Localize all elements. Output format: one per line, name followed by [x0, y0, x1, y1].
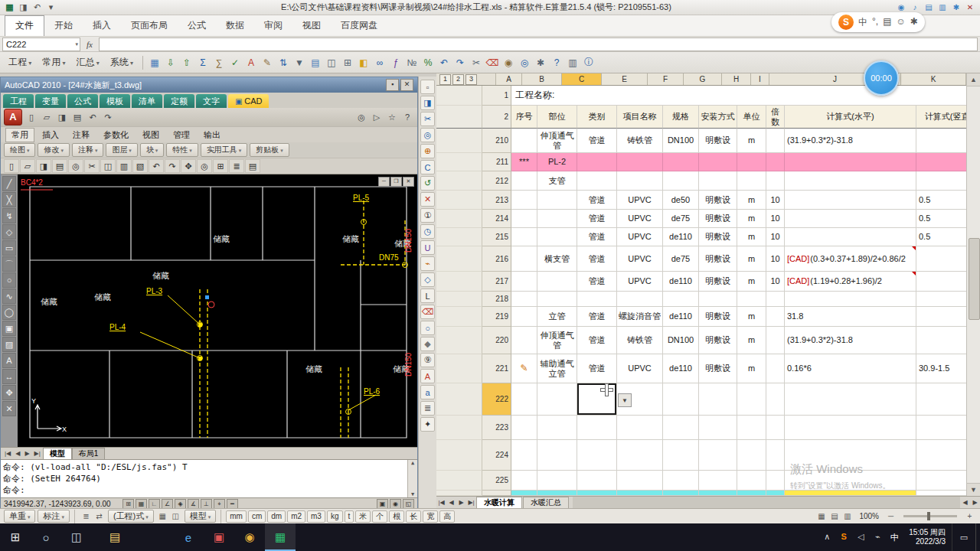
column-header-C[interactable]: C: [562, 73, 602, 85]
save-icon[interactable]: ◨: [55, 110, 69, 124]
acad-panel-3[interactable]: 注释: [72, 143, 103, 157]
ribbon-tab-3[interactable]: 插入: [83, 16, 121, 36]
sheet-nav-last-icon[interactable]: ▶|: [466, 499, 476, 506]
undo-icon[interactable]: ↶: [31, 2, 43, 12]
info-icon[interactable]: ⓘ: [581, 55, 596, 70]
doc-tab-模型[interactable]: 模型: [43, 448, 72, 459]
row-header-partial[interactable]: [482, 491, 511, 496]
command-window[interactable]: 命令: (vl-load-all "D:/ESL/js.fas") T命令: (…: [1, 459, 417, 497]
list-icon[interactable]: ≣: [420, 401, 435, 416]
undo-icon[interactable]: ↺: [420, 176, 435, 191]
comm-center-icon[interactable]: ▷: [370, 110, 384, 124]
row-header-222[interactable]: 222: [482, 383, 511, 416]
esl-menu-4[interactable]: 系统: [105, 54, 139, 71]
punctuation-icon[interactable]: °,: [872, 16, 878, 29]
acad-pin-button[interactable]: ▪: [386, 79, 399, 91]
unit-button-高[interactable]: 高: [439, 510, 455, 523]
acad-panel-7[interactable]: 实用工具: [201, 143, 247, 157]
acad-ribbon-tab-7[interactable]: 输出: [198, 128, 227, 142]
clock[interactable]: 15:05 周四 2022/3/3: [909, 528, 946, 546]
save-icon[interactable]: ◨: [18, 2, 29, 12]
sogou-logo-icon[interactable]: S: [838, 15, 854, 30]
sogou-keyboard-icon[interactable]: ▤: [923, 3, 934, 11]
ribbon-tab-8[interactable]: 视图: [292, 16, 331, 36]
input-mode-chinese[interactable]: 中: [858, 16, 867, 29]
fill-icon[interactable]: ◧: [356, 55, 371, 70]
redo-icon[interactable]: ↷: [101, 110, 115, 124]
sort-icon[interactable]: ⇅: [276, 55, 291, 70]
ribbon-tab-5[interactable]: 公式: [178, 16, 216, 36]
acad-close-button[interactable]: ✕: [400, 79, 413, 91]
doc-minimize-icon[interactable]: ─: [378, 177, 390, 187]
paste-icon[interactable]: ▥: [116, 159, 132, 173]
zoom-out-icon[interactable]: ─: [884, 510, 897, 522]
column-header-A[interactable]: A: [496, 73, 522, 85]
row-header-220[interactable]: 220: [482, 327, 511, 354]
panel-tab-文字[interactable]: 文字: [196, 94, 227, 108]
drawing-canvas[interactable]: YX BC4*2PL-5储藏储藏储藏DN75储藏PL-3储藏储藏PL-4储藏储藏…: [18, 174, 419, 447]
scroll-up-arrow[interactable]: ▲: [967, 73, 980, 86]
arc-icon[interactable]: ⌒: [2, 256, 16, 272]
row-header-1[interactable]: 1: [482, 86, 511, 106]
zoom-level[interactable]: 100%: [856, 512, 882, 520]
merge-icon[interactable]: ◫: [324, 55, 339, 70]
unit-button-kg[interactable]: kg: [327, 510, 343, 523]
font-icon[interactable]: A: [243, 55, 259, 70]
save-icon[interactable]: ◨: [36, 159, 51, 173]
acad-ribbon-tab-6[interactable]: 管理: [167, 128, 196, 142]
column-header-B[interactable]: B: [522, 73, 562, 85]
horizontal-scrollbar[interactable]: [573, 497, 960, 508]
import-icon[interactable]: ⇩: [163, 55, 178, 70]
erase-icon[interactable]: ⌫: [420, 305, 435, 319]
unit-button-宽[interactable]: 宽: [423, 510, 438, 523]
text-icon[interactable]: A: [420, 369, 435, 383]
line-icon[interactable]: ╱: [2, 176, 16, 191]
close-icon[interactable]: ✕: [965, 3, 975, 11]
insert-block-icon[interactable]: ▣: [2, 321, 16, 336]
acad-ribbon-tab-1[interactable]: 常用: [5, 128, 34, 142]
scrollbar-thumb[interactable]: [969, 238, 980, 320]
doc-close-icon[interactable]: ✕: [403, 177, 414, 187]
border-icon[interactable]: ⊞: [340, 55, 355, 70]
autocad-app-button[interactable]: A: [4, 109, 22, 126]
emoji-icon[interactable]: ☺: [896, 16, 905, 29]
acad-panel-5[interactable]: 块: [140, 143, 164, 157]
move-icon[interactable]: ✥: [2, 385, 16, 400]
panel-tab-定额[interactable]: 定额: [164, 94, 194, 108]
toolbox-icon[interactable]: ✱: [910, 16, 918, 29]
ribbon-tab-7[interactable]: 审阅: [254, 16, 292, 36]
page-break-view-icon[interactable]: ▥: [841, 510, 854, 522]
diamond-icon[interactable]: ◆: [420, 337, 435, 351]
sogou-settings-icon[interactable]: ✱: [951, 3, 962, 11]
open-icon[interactable]: ▱: [20, 159, 35, 173]
delete-icon[interactable]: ⌫: [485, 55, 500, 70]
ie-browser-icon[interactable]: e: [173, 523, 204, 551]
unit-button-t[interactable]: t: [345, 510, 354, 523]
doc-restore-icon[interactable]: ❐: [390, 177, 402, 187]
dimension-icon[interactable]: ↔: [2, 369, 16, 384]
unit-button-m2[interactable]: m2: [287, 510, 305, 523]
unit-button-cm[interactable]: cm: [248, 510, 266, 523]
lock-icon[interactable]: ◉: [501, 55, 516, 70]
copy-icon[interactable]: ◫: [100, 159, 116, 173]
zoom-icon[interactable]: ◎: [420, 128, 435, 142]
ellipse-icon[interactable]: ◯: [2, 305, 16, 320]
sheet-nav-next-icon[interactable]: ▶: [456, 499, 466, 506]
sogou-clipboard-icon[interactable]: ▥: [937, 3, 948, 11]
hatch-icon[interactable]: ▨: [2, 337, 16, 352]
poly-icon[interactable]: ◇: [420, 272, 435, 287]
sheet-nav-first-icon[interactable]: |◀: [436, 499, 446, 506]
app-icon[interactable]: ▦: [4, 2, 15, 12]
properties-icon[interactable]: ▤: [245, 159, 260, 173]
erase-icon[interactable]: ✕: [2, 401, 16, 416]
sheet-tab-水暖计算[interactable]: 水暖计算: [476, 497, 522, 509]
calc-icon[interactable]: ∑: [211, 55, 227, 70]
sheet-tab-水暖汇总[interactable]: 水暖汇总: [523, 497, 569, 509]
row-header-213[interactable]: 213: [482, 191, 511, 210]
outline-level-2[interactable]: 2: [452, 74, 464, 85]
scroll-down-arrow[interactable]: ▼: [967, 483, 980, 496]
panel-tab-工程[interactable]: 工程: [3, 94, 34, 108]
file-explorer-icon[interactable]: ▤: [100, 523, 130, 551]
tab-nav-prev-icon[interactable]: ◀: [13, 450, 22, 457]
row-header-223[interactable]: 223: [482, 416, 511, 440]
